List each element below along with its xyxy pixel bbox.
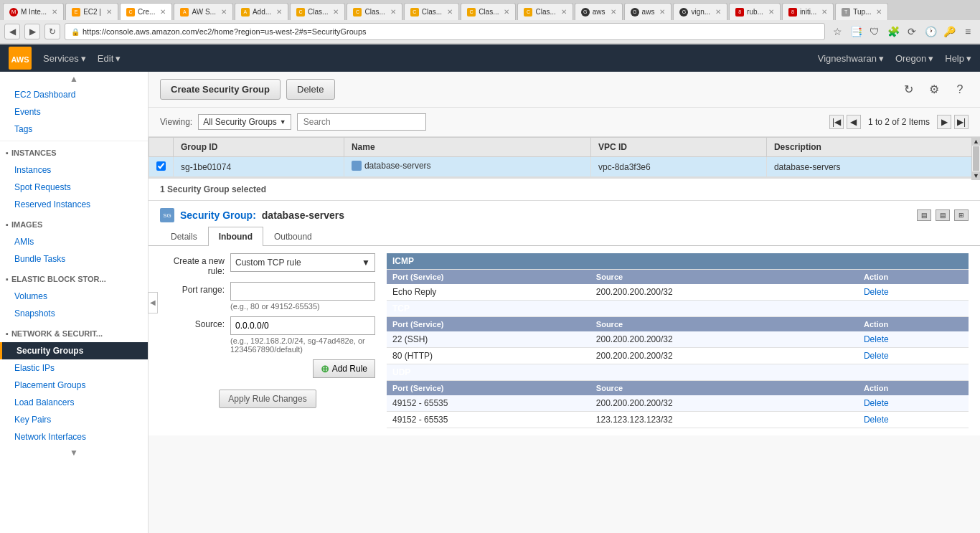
tab-gmail[interactable]: M M Inte... ✕ <box>3 3 64 20</box>
sidebar-item-load-balancers[interactable]: Load Balancers <box>0 394 148 411</box>
security-group-filter-dropdown[interactable]: All Security Groups ▼ <box>198 114 291 130</box>
row-checkbox[interactable] <box>156 161 166 171</box>
udp-delete-link-1[interactable]: Delete <box>864 398 889 408</box>
tab-rub[interactable]: 8 rub... ✕ <box>729 3 781 20</box>
tab-class4[interactable]: C Clas... ✕ <box>461 3 516 20</box>
scroll-up-arrow[interactable]: ▲ <box>972 137 980 146</box>
browser-toolbar: ◀ ▶ ↻ 🔒 https://console.aws.amazon.com/e… <box>0 20 980 44</box>
sidebar-collapse-button[interactable]: ◀ <box>148 292 158 313</box>
tab-class3[interactable]: C Clas... ✕ <box>404 3 459 20</box>
tab-init[interactable]: 8 initi... ✕ <box>782 3 834 20</box>
refresh-icon[interactable]: ↻ <box>900 81 917 98</box>
add-rule-button[interactable]: ⊕ Add Rule <box>313 359 375 378</box>
user-menu[interactable]: Vigneshwaran ▾ <box>818 53 884 64</box>
tab-tup[interactable]: T Tup... ✕ <box>835 3 888 20</box>
udp-col-header: Port (Service) Source Action <box>387 381 969 396</box>
sidebar-item-amis[interactable]: AMIs <box>0 233 148 250</box>
rule-type-value: Custom TCP rule <box>235 258 301 268</box>
apply-rule-changes-button[interactable]: Apply Rule Changes <box>219 390 316 408</box>
prev-page-button[interactable]: ◀ <box>847 115 861 129</box>
tab-class1[interactable]: C Clas... ✕ <box>290 3 345 20</box>
tab-outbound[interactable]: Outbound <box>263 227 323 246</box>
sidebar-item-key-pairs[interactable]: Key Pairs <box>0 411 148 428</box>
sidebar-item-tags[interactable]: Tags <box>0 121 148 138</box>
services-nav[interactable]: Services ▾ <box>43 53 86 64</box>
port-range-row: Port range: (e.g., 80 or 49152-65535) <box>160 282 375 311</box>
tab-add[interactable]: A Add... ✕ <box>235 3 288 20</box>
create-security-group-button[interactable]: Create Security Group <box>160 79 281 100</box>
icmp-delete-link[interactable]: Delete <box>864 287 889 297</box>
key-icon[interactable]: 🔑 <box>941 24 957 39</box>
sidebar-item-events[interactable]: Events <box>0 103 148 121</box>
edit-nav[interactable]: Edit ▾ <box>98 53 121 64</box>
udp-delete-link-2[interactable]: Delete <box>864 415 889 425</box>
sidebar-item-volumes[interactable]: Volumes <box>0 288 148 305</box>
first-page-button[interactable]: |◀ <box>829 115 844 129</box>
rules-form: Create a newrule: Custom TCP rule ▼ Port… <box>160 253 375 428</box>
rule-type-dropdown[interactable]: Custom TCP rule ▼ <box>230 253 375 272</box>
row-checkbox-cell[interactable] <box>149 157 174 177</box>
collapse-icon[interactable]: ▪ <box>6 329 9 338</box>
tab-gh-aws1[interactable]: G aws ✕ <box>575 3 623 20</box>
last-page-button[interactable]: ▶| <box>954 115 969 129</box>
tab-ec2[interactable]: E EC2 | ✕ <box>65 3 118 20</box>
scroll-down-arrow[interactable]: ▼ <box>972 171 980 180</box>
source-input[interactable] <box>230 316 375 335</box>
reload-button[interactable]: ↻ <box>44 24 60 39</box>
collapse-icon[interactable]: ▪ <box>6 275 9 283</box>
tab-create-sg[interactable]: C Cre... ✕ <box>120 3 172 20</box>
chevron-down-icon: ▾ <box>928 53 933 64</box>
search-input[interactable] <box>297 113 426 131</box>
menu-icon[interactable]: ≡ <box>960 24 976 39</box>
udp-port-header: Port (Service) <box>387 381 590 396</box>
shield-icon[interactable]: 🛡 <box>867 24 882 39</box>
address-bar[interactable]: 🔒 https://console.aws.amazon.com/ec2/hom… <box>65 23 825 40</box>
forward-button[interactable]: ▶ <box>24 24 40 39</box>
security-group-icon: SG <box>160 208 174 222</box>
settings-icon[interactable]: ⚙ <box>925 81 943 98</box>
collapse-icon[interactable]: ▪ <box>6 148 9 157</box>
table-row[interactable]: sg-1be01074 database-servers vpc-8da3f3e… <box>149 157 980 177</box>
help-icon[interactable]: ? <box>951 81 969 98</box>
extension-icon[interactable]: 🧩 <box>885 24 901 39</box>
port-range-input[interactable] <box>230 282 375 301</box>
collapse-icon[interactable]: ▪ <box>6 220 9 229</box>
tab-vign[interactable]: G vign... ✕ <box>673 3 727 20</box>
clock-icon[interactable]: 🕐 <box>923 24 938 39</box>
sidebar-item-bundle-tasks[interactable]: Bundle Tasks <box>0 250 148 268</box>
tab-inbound[interactable]: Inbound <box>208 227 263 246</box>
tab-class2[interactable]: C Clas... ✕ <box>347 3 402 20</box>
bookmarks-icon[interactable]: 📑 <box>848 24 864 39</box>
view-icon-2[interactable]: ▤ <box>936 209 950 221</box>
sidebar-item-security-groups[interactable]: Security Groups <box>0 342 148 359</box>
sidebar-item-snapshots[interactable]: Snapshots <box>0 305 148 322</box>
sidebar-scroll-down[interactable]: ▼ <box>0 445 148 460</box>
tab-gh-aws2[interactable]: G aws ✕ <box>624 3 672 20</box>
view-icon-1[interactable]: ▤ <box>917 209 931 221</box>
view-icon-3[interactable]: ⊞ <box>954 209 969 221</box>
tcp-source-cell-2: 200.200.200.200/32 <box>590 348 858 364</box>
instances-section-header: ▪ INSTANCES <box>0 144 148 161</box>
back-button[interactable]: ◀ <box>4 24 20 39</box>
tcp-delete-link-2[interactable]: Delete <box>864 351 889 361</box>
sidebar-item-elastic-ips[interactable]: Elastic IPs <box>0 359 148 377</box>
sidebar-item-instances[interactable]: Instances <box>0 161 148 179</box>
tab-details[interactable]: Details <box>160 227 208 246</box>
tab-aws1[interactable]: A AW S... ✕ <box>174 3 233 20</box>
sidebar-item-placement-groups[interactable]: Placement Groups <box>0 377 148 394</box>
next-page-button[interactable]: ▶ <box>937 115 951 129</box>
udp-source-cell-2: 123.123.123.123/32 <box>590 412 858 428</box>
sidebar-item-network-interfaces[interactable]: Network Interfaces <box>0 428 148 445</box>
sync-icon[interactable]: ⟳ <box>904 24 920 39</box>
icmp-action-cell: Delete <box>858 284 969 301</box>
sidebar-scroll-up[interactable]: ▲ <box>0 72 148 86</box>
help-menu[interactable]: Help ▾ <box>945 53 971 64</box>
tcp-delete-link-1[interactable]: Delete <box>864 334 889 344</box>
sidebar-item-ec2-dashboard[interactable]: EC2 Dashboard <box>0 86 148 103</box>
bookmark-star-icon[interactable]: ☆ <box>829 24 845 39</box>
region-menu[interactable]: Oregon ▾ <box>895 53 933 64</box>
tab-class5[interactable]: C Clas... ✕ <box>517 3 573 20</box>
sidebar-item-spot-requests[interactable]: Spot Requests <box>0 179 148 196</box>
delete-button[interactable]: Delete <box>286 79 335 100</box>
sidebar-item-reserved-instances[interactable]: Reserved Instances <box>0 196 148 213</box>
